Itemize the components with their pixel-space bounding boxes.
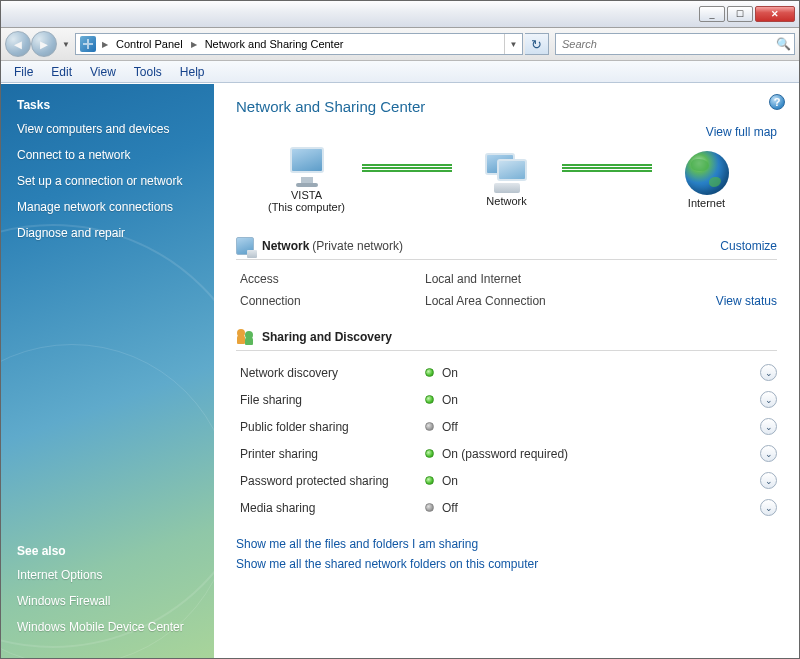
search-box[interactable]: 🔍 [555, 33, 795, 55]
help-icon[interactable]: ? [769, 94, 785, 110]
search-input[interactable] [556, 38, 772, 50]
map-sublabel-this-computer: (This computer) [268, 201, 345, 213]
map-node-this-computer[interactable]: VISTA (This computer) [252, 147, 362, 213]
sidebar: Tasks View computers and devices Connect… [1, 84, 214, 658]
network-map: VISTA (This computer) Network Internet [236, 147, 777, 213]
refresh-button[interactable]: ↻ [525, 33, 549, 55]
expand-button[interactable]: ⌄ [760, 445, 777, 462]
row-value: Local and Internet [425, 272, 777, 286]
view-status-link[interactable]: View status [716, 294, 777, 308]
sidebar-see-mobile-device[interactable]: Windows Mobile Device Center [17, 620, 202, 634]
expand-button[interactable]: ⌄ [760, 499, 777, 516]
sharing-label: Public folder sharing [240, 420, 425, 434]
sharing-row: Password protected sharingOn⌄ [236, 467, 777, 494]
sidebar-task-view-computers[interactable]: View computers and devices [17, 122, 202, 136]
menu-edit[interactable]: Edit [42, 63, 81, 81]
network-section-header: Network (Private network) Customize [236, 237, 777, 260]
map-connection-icon [562, 167, 652, 169]
status-led-icon [425, 503, 434, 512]
sharing-label: Printer sharing [240, 447, 425, 461]
sharing-label: Password protected sharing [240, 474, 425, 488]
map-label-internet: Internet [688, 197, 725, 209]
map-label-network: Network [486, 195, 526, 207]
menu-view[interactable]: View [81, 63, 125, 81]
view-full-map-link[interactable]: View full map [236, 125, 777, 139]
menu-tools[interactable]: Tools [125, 63, 171, 81]
nav-history-dropdown[interactable]: ▼ [59, 35, 73, 53]
sharing-row: Network discoveryOn⌄ [236, 359, 777, 386]
map-node-network[interactable]: Network [452, 153, 562, 207]
status-led-icon [425, 476, 434, 485]
map-label-vista: VISTA [291, 189, 322, 201]
sidebar-see-firewall[interactable]: Windows Firewall [17, 594, 202, 608]
sharing-section-title: Sharing and Discovery [262, 330, 392, 344]
forward-button[interactable]: ► [31, 31, 57, 57]
body: Tasks View computers and devices Connect… [1, 83, 799, 658]
address-dropdown[interactable]: ▼ [504, 34, 522, 54]
sidebar-task-diagnose[interactable]: Diagnose and repair [17, 226, 202, 240]
network-small-icon [236, 237, 254, 255]
customize-link[interactable]: Customize [720, 239, 777, 253]
sharing-label: Media sharing [240, 501, 425, 515]
status-led-icon [425, 395, 434, 404]
sharing-value: On [442, 474, 760, 488]
page-title: Network and Sharing Center [236, 98, 777, 115]
maximize-button[interactable]: ☐ [727, 6, 753, 22]
expand-button[interactable]: ⌄ [760, 418, 777, 435]
sharing-label: Network discovery [240, 366, 425, 380]
sidebar-task-connect-network[interactable]: Connect to a network [17, 148, 202, 162]
network-icon [485, 153, 529, 193]
content: ? Network and Sharing Center View full m… [214, 84, 799, 658]
globe-icon [685, 151, 729, 195]
crumb-chevron-icon[interactable]: ▶ [189, 40, 199, 49]
titlebar: _ ☐ ✕ [1, 1, 799, 28]
map-connection-icon [362, 167, 452, 169]
show-shared-folders-link[interactable]: Show me all the shared network folders o… [236, 557, 777, 571]
crumb-control-panel[interactable]: Control Panel [110, 38, 189, 50]
people-icon [236, 328, 254, 346]
minimize-button[interactable]: _ [699, 6, 725, 22]
status-led-icon [425, 368, 434, 377]
menubar: File Edit View Tools Help [1, 61, 799, 83]
sidebar-tasks-head: Tasks [17, 98, 202, 112]
status-led-icon [425, 422, 434, 431]
expand-button[interactable]: ⌄ [760, 391, 777, 408]
network-row-access: Access Local and Internet [236, 268, 777, 290]
sidebar-task-manage-connections[interactable]: Manage network connections [17, 200, 202, 214]
sidebar-task-setup-connection[interactable]: Set up a connection or network [17, 174, 202, 188]
row-value: Local Area Connection [425, 294, 716, 308]
sharing-value: On (password required) [442, 447, 760, 461]
sharing-value: Off [442, 420, 760, 434]
sharing-section-header: Sharing and Discovery [236, 328, 777, 351]
network-section-title: Network [262, 239, 309, 253]
nav-buttons: ◄ ► [5, 31, 57, 57]
sharing-value: On [442, 393, 760, 407]
show-shared-files-link[interactable]: Show me all the files and folders I am s… [236, 537, 777, 551]
crumb-network-sharing[interactable]: Network and Sharing Center [199, 38, 350, 50]
map-node-internet[interactable]: Internet [652, 151, 762, 209]
expand-button[interactable]: ⌄ [760, 472, 777, 489]
sidebar-see-also-head: See also [17, 544, 202, 558]
sharing-row: Printer sharingOn (password required)⌄ [236, 440, 777, 467]
computer-icon [285, 147, 329, 187]
status-led-icon [425, 449, 434, 458]
sharing-value: Off [442, 501, 760, 515]
window: _ ☐ ✕ ◄ ► ▼ ▶ Control Panel ▶ Network an… [0, 0, 800, 659]
row-label: Access [240, 272, 425, 286]
crumb-root-chevron[interactable]: ▶ [100, 40, 110, 49]
sidebar-see-internet-options[interactable]: Internet Options [17, 568, 202, 582]
navbar: ◄ ► ▼ ▶ Control Panel ▶ Network and Shar… [1, 28, 799, 61]
search-icon[interactable]: 🔍 [772, 37, 794, 51]
sharing-row: Public folder sharingOff⌄ [236, 413, 777, 440]
expand-button[interactable]: ⌄ [760, 364, 777, 381]
sharing-row: File sharingOn⌄ [236, 386, 777, 413]
sharing-value: On [442, 366, 760, 380]
network-row-connection: Connection Local Area Connection View st… [236, 290, 777, 312]
menu-file[interactable]: File [5, 63, 42, 81]
menu-help[interactable]: Help [171, 63, 214, 81]
location-icon [80, 36, 96, 52]
close-button[interactable]: ✕ [755, 6, 795, 22]
sharing-label: File sharing [240, 393, 425, 407]
back-button[interactable]: ◄ [5, 31, 31, 57]
address-bar[interactable]: ▶ Control Panel ▶ Network and Sharing Ce… [75, 33, 523, 55]
